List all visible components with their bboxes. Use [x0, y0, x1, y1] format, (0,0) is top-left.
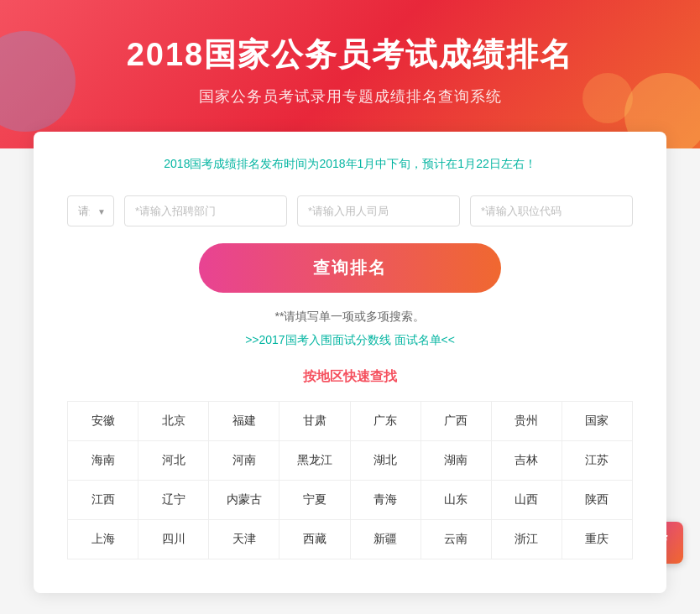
page-title: 2018国家公务员考试成绩排名 — [17, 34, 683, 76]
region-item[interactable]: 安徽 — [68, 402, 138, 441]
region-item[interactable]: 福建 — [209, 402, 279, 441]
position-code-input[interactable] — [470, 195, 633, 226]
region-item[interactable]: 辽宁 — [138, 481, 209, 520]
region-item[interactable]: 贵州 — [492, 402, 562, 441]
region-item[interactable]: 河南 — [209, 441, 279, 481]
region-item[interactable]: 西藏 — [279, 520, 350, 559]
region-item[interactable]: 甘肃 — [279, 402, 350, 441]
query-button[interactable]: 查询排名 — [199, 243, 501, 293]
region-item[interactable]: 上海 — [68, 520, 138, 559]
region-item[interactable]: 四川 — [138, 520, 209, 559]
region-item[interactable]: 江西 — [68, 481, 138, 520]
decoration-circle-right2 — [582, 73, 633, 123]
notice-text: 2018国考成绩排名发布时间为2018年1月中下旬，预计在1月22日左右！ — [67, 157, 633, 172]
region-item[interactable]: 陕西 — [562, 481, 633, 520]
header-section: 2018国家公务员考试成绩排名 国家公务员考试录用专题成绩排名查询系统 — [0, 0, 700, 148]
hint-text: **请填写单一项或多项搜索。 — [67, 310, 633, 325]
region-item[interactable]: 山东 — [421, 481, 492, 520]
region-item[interactable]: 湖北 — [351, 441, 421, 481]
region-item[interactable]: 河北 — [138, 441, 209, 481]
region-item[interactable]: 青海 — [351, 481, 421, 520]
region-item[interactable]: 广西 — [421, 402, 492, 441]
interview-link[interactable]: >>2017国考入围面试分数线 面试名单<< — [67, 333, 633, 348]
region-grid: 安徽北京福建甘肃广东广西贵州国家海南河北河南黑龙江湖北湖南吉林江苏江西辽宁内蒙古… — [67, 401, 633, 559]
region-item[interactable]: 国家 — [562, 402, 633, 441]
region-title: 按地区快速查找 — [67, 368, 633, 386]
province-select-wrapper[interactable]: 请选择报考省份 — [67, 195, 114, 226]
region-item[interactable]: 天津 — [209, 520, 279, 559]
region-item[interactable]: 黑龙江 — [279, 441, 350, 481]
province-select[interactable]: 请选择报考省份 — [67, 195, 114, 226]
region-item[interactable]: 浙江 — [492, 520, 562, 559]
region-item[interactable]: 海南 — [68, 441, 138, 481]
region-item[interactable]: 云南 — [421, 520, 492, 559]
region-item[interactable]: 新疆 — [351, 520, 421, 559]
region-item[interactable]: 湖南 — [421, 441, 492, 481]
region-item[interactable]: 北京 — [138, 402, 209, 441]
region-item[interactable]: 重庆 — [562, 520, 633, 559]
main-card: 2018国考成绩排名发布时间为2018年1月中下旬，预计在1月22日左右！ 请选… — [34, 132, 666, 593]
region-item[interactable]: 江苏 — [562, 441, 633, 481]
search-row: 请选择报考省份 — [67, 195, 633, 226]
department-input[interactable] — [124, 195, 287, 226]
bureau-input[interactable] — [297, 195, 460, 226]
region-item[interactable]: 吉林 — [492, 441, 562, 481]
region-item[interactable]: 宁夏 — [279, 481, 350, 520]
region-item[interactable]: 山西 — [492, 481, 562, 520]
region-item[interactable]: 内蒙古 — [209, 481, 279, 520]
region-item[interactable]: 广东 — [351, 402, 421, 441]
